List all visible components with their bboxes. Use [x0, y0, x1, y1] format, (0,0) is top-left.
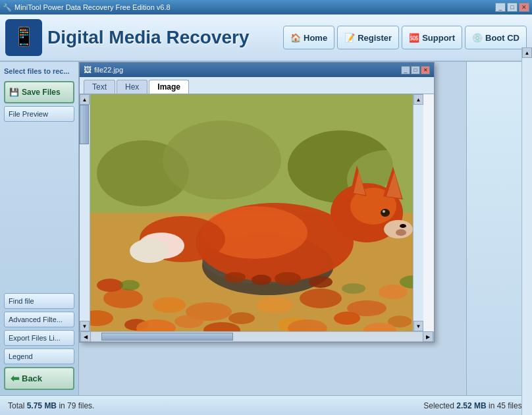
svg-point-20 — [334, 312, 360, 325]
selected-status: Selected 2.52 MB in 45 files. — [423, 401, 524, 410]
modal-close-button[interactable]: ✕ — [421, 66, 430, 74]
image-scroll-down[interactable]: ▼ — [413, 321, 423, 331]
modal-restore-button[interactable]: □ — [411, 66, 420, 74]
svg-point-41 — [309, 276, 332, 288]
scroll-right-arrow[interactable]: ▶ — [423, 331, 433, 342]
panel-scrollbar-track — [522, 62, 532, 395]
scrollbar-thumb[interactable] — [80, 105, 89, 144]
svg-point-5 — [163, 121, 281, 200]
image-display — [90, 94, 413, 331]
boot-cd-icon: 💿 — [472, 33, 483, 43]
nav-buttons: 🏠 Home 📝 Register 🆘 Support 💿 Boot CD — [283, 26, 527, 49]
home-icon: 🏠 — [290, 33, 301, 43]
register-icon: 📝 — [344, 33, 355, 43]
svg-text:📱: 📱 — [13, 26, 36, 47]
svg-point-13 — [300, 289, 342, 308]
app-title: MiniTool Power Data Recovery Free Editio… — [14, 3, 171, 11]
v-scrollbar-right[interactable]: ▲ ▼ — [413, 94, 423, 331]
logo-text: Digital Media Recovery — [47, 27, 250, 48]
total-status: Total 5.75 MB in 79 files. — [8, 401, 94, 410]
svg-point-49 — [120, 280, 140, 290]
window-controls: _ □ ✕ — [495, 3, 529, 12]
modal-controls: _ □ ✕ — [401, 66, 430, 74]
tab-image[interactable]: Image — [149, 80, 189, 94]
minimize-button[interactable]: _ — [495, 3, 506, 12]
register-button[interactable]: 📝 Register — [337, 26, 399, 49]
scroll-up-arrow[interactable]: ▲ — [80, 94, 90, 105]
support-button[interactable]: 🆘 Support — [402, 26, 462, 49]
selected-size: 2.52 MB — [456, 401, 486, 410]
content-area: 🖼 file22.jpg _ □ ✕ Text Hex Image — [79, 62, 466, 395]
modal-title: file22.jpg — [94, 66, 123, 74]
app-logo-icon: 📱 — [5, 19, 42, 56]
image-container: ▲ ▼ — [80, 94, 434, 331]
advanced-filter-button[interactable]: Advanced Filte... — [4, 312, 74, 327]
boot-cd-button[interactable]: 💿 Boot CD — [465, 26, 527, 49]
h-scrollbar[interactable]: ◀ ▶ — [80, 331, 434, 342]
scrollbar-track — [80, 105, 90, 321]
svg-point-12 — [256, 296, 293, 314]
modal-title-bar: 🖼 file22.jpg _ □ ✕ — [80, 63, 434, 77]
home-button[interactable]: 🏠 Home — [283, 26, 334, 49]
svg-point-43 — [252, 275, 271, 285]
svg-point-35 — [383, 210, 385, 213]
sidebar: Select files to rec... 💾 Save Files File… — [0, 62, 79, 395]
support-icon: 🆘 — [409, 33, 419, 43]
image-scroll-up[interactable]: ▲ — [413, 94, 423, 105]
right-panel: ze21.jpg ze24.jpg — [466, 62, 532, 395]
panel-scrollbar[interactable]: ▲ ▼ — [521, 62, 532, 395]
svg-point-50 — [342, 283, 365, 294]
fox-image — [90, 94, 413, 331]
h-scrollbar-thumb[interactable] — [101, 333, 233, 341]
svg-point-29 — [396, 229, 406, 236]
total-size: 5.75 MB — [27, 401, 57, 410]
find-file-button[interactable]: Find file — [4, 293, 74, 309]
back-arrow-icon: ⬅ — [11, 372, 19, 385]
title-bar: 🔧 MiniTool Power Data Recovery Free Edit… — [0, 0, 532, 14]
v-scrollbar-left[interactable]: ▲ ▼ — [80, 94, 90, 331]
save-files-button[interactable]: 💾 Save Files — [4, 81, 74, 103]
legend-button[interactable]: Legend — [4, 348, 74, 364]
svg-point-18 — [228, 312, 255, 324]
svg-point-34 — [381, 209, 390, 217]
svg-point-17 — [174, 315, 203, 328]
svg-point-10 — [97, 279, 123, 292]
close-button[interactable]: ✕ — [519, 3, 529, 12]
status-bar: Total 5.75 MB in 79 files. Selected 2.52… — [0, 395, 532, 415]
svg-point-28 — [384, 220, 413, 238]
modal-minimize-button[interactable]: _ — [401, 66, 410, 74]
modal-file-icon: 🖼 — [84, 65, 92, 74]
file-preview-button[interactable]: File Preview — [4, 106, 74, 122]
maximize-button[interactable]: □ — [507, 3, 518, 12]
scroll-left-arrow[interactable]: ◀ — [80, 331, 91, 342]
svg-point-40 — [275, 272, 301, 285]
preview-modal: 🖼 file22.jpg _ □ ✕ Text Hex Image — [79, 62, 435, 343]
save-icon: 💾 — [9, 88, 19, 97]
image-scrollbar-track — [413, 105, 423, 321]
export-files-button[interactable]: Export Files Li... — [4, 330, 74, 346]
select-label: Select files to rec... — [4, 67, 74, 76]
header: 📱 Digital Media Recovery 🏠 Home 📝 Regist… — [0, 14, 532, 62]
logo-area: 📱 Digital Media Recovery — [5, 19, 283, 56]
tab-text[interactable]: Text — [84, 80, 115, 94]
main-area: Select files to rec... 💾 Save Files File… — [0, 62, 532, 395]
svg-point-9 — [153, 297, 186, 313]
scroll-down-arrow[interactable]: ▼ — [80, 321, 90, 331]
back-button[interactable]: ⬅ Back — [4, 367, 74, 390]
svg-point-15 — [379, 285, 408, 299]
tab-hex[interactable]: Hex — [117, 80, 147, 94]
svg-point-36 — [400, 224, 406, 228]
right-scrollbar — [494, 65, 505, 385]
app-icon: 🔧 — [3, 3, 12, 12]
svg-point-42 — [225, 272, 246, 283]
file-thumbnails: ze21.jpg ze24.jpg — [471, 387, 529, 393]
preview-tabs: Text Hex Image — [80, 77, 434, 94]
svg-point-39 — [130, 239, 169, 263]
